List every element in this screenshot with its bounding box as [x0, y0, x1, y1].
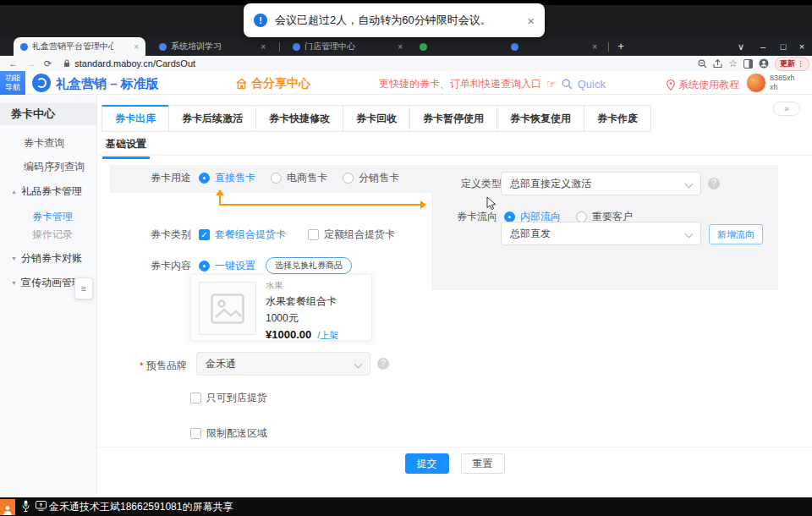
sidebar-group-gift-card-management[interactable]: ▲礼品券卡管理 [0, 185, 96, 198]
radio-direct-sale[interactable] [199, 173, 210, 184]
share-center-label: 合分享中心 [251, 76, 310, 91]
tab-card-recycle[interactable]: 券卡回收 [343, 105, 410, 132]
radio-direct-sale-label[interactable]: 直接售卡 [215, 171, 255, 185]
function-nav-toggle[interactable]: 功能 导航 [0, 71, 25, 95]
window-maximize-button[interactable]: □ [775, 37, 792, 56]
checkbox-fixed-combo-pickup-card[interactable] [308, 229, 319, 240]
browser-tab-hidden-1[interactable] [413, 37, 497, 56]
tab-close-icon[interactable]: × [261, 42, 266, 52]
checkbox-combo-pickup-card[interactable]: ✓ [199, 229, 210, 240]
sidebar-title: 券卡中心 [0, 103, 96, 125]
zoom-icon[interactable] [698, 59, 707, 69]
help-icon[interactable]: ? [708, 178, 720, 189]
share-center-link[interactable]: 合分享中心 [235, 76, 310, 91]
add-flow-button[interactable]: 新增流向 [709, 224, 763, 244]
share-icon[interactable] [713, 59, 722, 69]
radio-ecommerce-sale[interactable] [271, 173, 282, 184]
app-header: 功能 导航 礼盒营销 – 标准版 合分享中心 更快捷的券卡、订单和快递查询入口 … [0, 71, 812, 95]
url-text: standard.maboy.cn/CardsOut [74, 58, 195, 69]
card-flow-select[interactable]: 总部直发 [501, 222, 701, 245]
radio-one-click-setup-label[interactable]: 一键设置 [215, 259, 255, 273]
sidebar-collapse-handle[interactable]: ≡ [74, 277, 93, 299]
subtab-basic-settings[interactable]: 基础设置 [102, 137, 150, 159]
radio-distribution-sale[interactable] [343, 173, 354, 184]
side-panel-icon[interactable] [743, 59, 753, 69]
guide-arrow-up-icon [216, 189, 224, 195]
tab-close-icon[interactable]: × [398, 42, 403, 52]
forward-icon[interactable]: → [26, 58, 36, 69]
card-use-row: 券卡用途 直接售卡 电商售卡 分销售卡 [151, 171, 399, 185]
define-type-select[interactable]: 总部直接定义激活 [501, 172, 701, 195]
panel-collapse-button[interactable]: » [773, 102, 800, 116]
sidebar-group-distribution-reconciliation[interactable]: ▼分销券卡对账 [0, 252, 96, 265]
product-price: ¥1000.00 [266, 328, 311, 341]
screen-share-icon [36, 501, 47, 511]
browser-tab-gift-platform[interactable]: 礼盒营销平台管理中心 × [14, 37, 145, 56]
tab-card-resume[interactable]: 券卡恢复使用 [497, 105, 584, 132]
back-icon[interactable]: ← [8, 58, 18, 69]
sidebar-item-code-sequence-query[interactable]: 编码序列查询 [0, 161, 96, 173]
divider [97, 155, 812, 156]
browser-tab-hidden-2[interactable]: × [504, 37, 604, 56]
tutorial-label: 系统使用教程 [678, 78, 739, 92]
reload-icon[interactable]: ⟳ [44, 58, 52, 69]
tab-card-outbound[interactable]: 券卡出库 [102, 105, 169, 132]
sidebar-item-operation-log[interactable]: 操作记录 [0, 228, 96, 241]
app-title: 礼盒营销 – 标准版 [56, 76, 159, 92]
sidebar-item-card-query[interactable]: 券卡查询 [0, 137, 96, 150]
tutorial-link[interactable]: 系统使用教程 [667, 78, 739, 92]
browser-tab-training[interactable]: 系统培训学习 × [152, 37, 272, 56]
bookmark-star-icon[interactable]: ☆ [728, 58, 738, 69]
tab-card-void[interactable]: 券卡作废 [584, 105, 651, 132]
checkbox-store-pickup-only-label[interactable]: 只可到店提货 [206, 391, 267, 405]
toast-close-icon[interactable]: × [527, 14, 535, 28]
presale-brand-label: 预售品牌 [146, 359, 187, 373]
tab-separator [279, 42, 280, 52]
card-action-tabbar: 券卡出库 券卡后续激活 券卡快捷修改 券卡回收 券卡暂停使用 券卡恢复使用 券卡… [102, 105, 651, 132]
checkbox-combo-pickup-card-label[interactable]: 套餐组合提货卡 [215, 228, 286, 242]
expand-arrow-icon: ▼ [11, 255, 17, 261]
tab-favicon [420, 43, 427, 51]
tab-card-activate[interactable]: 券卡后续激活 [168, 105, 256, 132]
radio-ecommerce-sale-label[interactable]: 电商售卡 [287, 171, 327, 185]
submit-button[interactable]: 提交 [405, 453, 449, 474]
image-placeholder-icon [211, 294, 244, 324]
checkbox-store-pickup-only[interactable] [190, 392, 201, 403]
checkbox-delivery-area-limit-label[interactable]: 限制配送区域 [206, 426, 267, 441]
tab-search-icon[interactable]: ∨ [732, 37, 749, 56]
presale-brand-select[interactable]: 金禾通 [196, 352, 370, 376]
person-icon [3, 505, 13, 515]
tab-card-suspend[interactable]: 券卡暂停使用 [409, 105, 497, 132]
checkbox-fixed-combo-pickup-card-label[interactable]: 定额组合提货卡 [324, 228, 395, 242]
radio-one-click-setup[interactable] [199, 261, 210, 272]
user-avatar[interactable] [746, 73, 766, 93]
browser-update-button[interactable]: 更新 ⋮ [775, 57, 809, 71]
url-field[interactable]: standard.maboy.cn/CardsOut [63, 58, 195, 69]
select-gift-goods-button[interactable]: 选择兑换礼券商品 [266, 257, 352, 274]
window-close-button[interactable]: × [793, 37, 810, 56]
microphone-icon [22, 500, 30, 513]
product-on-shelf-link[interactable]: /上架 [317, 329, 338, 342]
sidebar-item-card-management[interactable]: 券卡管理 [0, 211, 96, 223]
toast-message: 会议已超过2人，自动转为60分钟限时会议。 [275, 13, 491, 28]
window-minimize-button[interactable]: – [754, 37, 771, 56]
quick-entry-zone[interactable]: 更快捷的券卡、订单和快递查询入口 ☞ Quick [379, 77, 606, 91]
browser-menu-icon[interactable]: ⋮ [797, 59, 804, 68]
card-category-row: 券卡类别 ✓ 套餐组合提货卡 定额组合提货卡 [151, 228, 395, 242]
tab-close-icon[interactable]: × [134, 42, 139, 52]
required-asterisk: * [140, 360, 144, 372]
tab-close-icon[interactable]: × [592, 42, 597, 52]
checkbox-delivery-area-limit[interactable] [190, 428, 201, 439]
collapse-arrow-icon: ▲ [11, 189, 17, 195]
define-type-label: 定义类型 [461, 177, 502, 191]
reset-button[interactable]: 重置 [461, 453, 505, 474]
radio-distribution-sale-label[interactable]: 分销售卡 [359, 171, 399, 185]
tab-favicon [511, 43, 518, 51]
browser-tab-label: 门店管理中心 [304, 41, 355, 52]
browser-tab-strip: 礼盒营销平台管理中心 × 系统培训学习 × 门店管理中心 × × + ∨ – □… [0, 37, 812, 56]
profile-avatar-icon[interactable] [759, 58, 769, 69]
browser-tab-store[interactable]: 门店管理中心 × [286, 37, 409, 56]
new-tab-button[interactable]: + [614, 40, 628, 53]
tab-card-quick-edit[interactable]: 券卡快捷修改 [255, 105, 343, 132]
help-icon[interactable]: ? [377, 358, 389, 370]
